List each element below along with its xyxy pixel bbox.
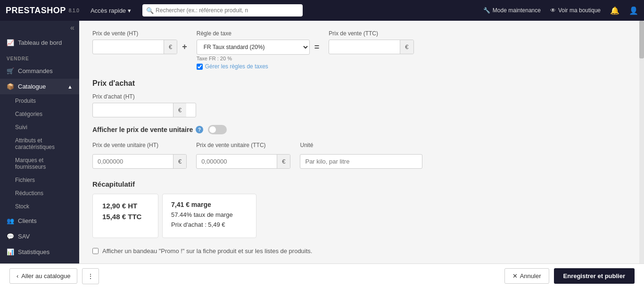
cancel-label: Annuler (520, 272, 541, 280)
sidebar-subitem-brands[interactable]: Marques et fournisseurs (0, 154, 79, 173)
sidebar-item-clients[interactable]: 👥 Clients (0, 213, 79, 229)
sidebar-subitem-categories[interactable]: Catégories (0, 107, 79, 121)
manage-tax-link[interactable]: Gérer les règles de taxes (197, 63, 320, 70)
search-icon: 🔍 (146, 7, 154, 14)
unit-price-toggle-label: Afficher le prix de vente unitaire ? (92, 126, 203, 133)
unit-input-group (300, 154, 422, 169)
recap-ttc-value: 15,48 € TTC (102, 213, 149, 221)
prix-vente-ht-input[interactable]: 12,900000 (93, 40, 164, 54)
sidebar-item-orders[interactable]: 🛒 Commandes (0, 63, 79, 79)
prix-vente-ttc-input-group: 15,480000 € (329, 40, 413, 54)
sidebar: « 📈 Tableau de bord VENDRE 🛒 Commandes 📦… (0, 21, 79, 288)
clients-icon: 👥 (7, 217, 14, 224)
sidebar-subitem-stock[interactable]: Stock (0, 200, 79, 213)
save-publish-button[interactable]: Enregistrer et publier (554, 268, 635, 284)
tax-rule-select-group: FR Taux standard (20%) Aucune taxe FR Ta… (197, 40, 310, 55)
equals-operator: = (314, 42, 320, 52)
unit-price-ht-col: Prix de vente unitaire (HT) € (92, 142, 187, 169)
recap-card-marge: 7,41 € marge 57.44% taux de marge Prix d… (162, 194, 256, 238)
sidebar-item-label: Clients (18, 217, 37, 224)
dots-icon: ⋮ (87, 272, 94, 280)
recap-card-ht-ttc: 12,90 € HT 15,48 € TTC (92, 194, 158, 238)
unit-label: Unité (300, 142, 422, 148)
euro-addon-ht: € (164, 40, 177, 54)
unit-input[interactable] (300, 155, 422, 168)
sidebar-subitem-reductions[interactable]: Réductions (0, 187, 79, 200)
search-input[interactable] (142, 4, 303, 16)
right-scrollbar-thumb[interactable] (639, 21, 644, 58)
sidebar-item-label: Commandes (18, 67, 53, 74)
sidebar-item-label: Statistiques (18, 248, 50, 255)
chevron-left-icon: ‹ (17, 272, 18, 280)
plus-operator: + (182, 42, 187, 52)
back-to-catalogue-button[interactable]: ‹ Aller au catalogue (9, 268, 77, 284)
maintenance-label: Mode maintenance (493, 7, 541, 14)
promo-checkbox-row: Afficher un bandeau "Promo !" sur la fic… (92, 247, 631, 255)
main-content: Prix de vente (HT) 12,900000 € + Règle d… (79, 21, 644, 288)
unit-price-ht-label: Prix de vente unitaire (HT) (92, 142, 187, 148)
sidebar-subitem-products[interactable]: Produits (0, 94, 79, 107)
unit-price-fields-row: Prix de vente unitaire (HT) € Prix de ve… (92, 142, 631, 169)
app-version: 8.1.0 (69, 8, 79, 13)
unit-price-help-icon[interactable]: ? (196, 126, 203, 133)
maintenance-mode-button[interactable]: 🔧 Mode maintenance (483, 7, 541, 14)
recap-marge-value: 7,41 € marge (171, 201, 248, 208)
more-options-button[interactable]: ⋮ (82, 268, 99, 284)
chevron-down-icon: ▾ (128, 7, 131, 14)
sidebar-subitem-files[interactable]: Fichiers (0, 173, 79, 187)
eye-icon: 👁 (550, 7, 556, 14)
quick-access-menu[interactable]: Accès rapide ▾ (87, 5, 135, 16)
prix-achat-ht-input[interactable]: 5,490000 (93, 103, 173, 117)
topnav-right-actions: 🔧 Mode maintenance 👁 Voir ma boutique 🔔 … (483, 6, 638, 15)
tax-note: Taxe FR : 20 % (197, 56, 320, 61)
unit-price-toggle-wrapper: Afficher le prix de vente unitaire ? (92, 125, 631, 134)
top-navigation: PRESTASHOP 8.1.0 Accès rapide ▾ 🔍 🔧 Mode… (0, 0, 644, 21)
dashboard-icon: 📈 (7, 39, 14, 46)
back-label: Aller au catalogue (21, 272, 70, 280)
unit-price-ht-input[interactable] (93, 155, 173, 168)
sidebar-item-sav[interactable]: 💬 SAV (0, 229, 79, 244)
orders-icon: 🛒 (7, 67, 14, 74)
wrench-icon: 🔧 (483, 7, 490, 14)
unit-price-ttc-label: Prix de vente unitaire (TTC) (196, 142, 290, 148)
chevron-up-icon: ▲ (67, 84, 73, 90)
sidebar-item-dashboard[interactable]: 📈 Tableau de bord (0, 35, 79, 50)
recap-section: Récapitulatif 12,90 € HT 15,48 € TTC 7,4… (92, 180, 631, 238)
right-scrollbar-track[interactable] (639, 21, 644, 263)
sidebar-section-sell: VENDRE (0, 50, 79, 63)
x-icon: ✕ (512, 272, 518, 280)
prix-vente-ttc-input[interactable]: 15,480000 (329, 40, 400, 54)
app-body: « 📈 Tableau de bord VENDRE 🛒 Commandes 📦… (0, 21, 644, 288)
euro-addon-unit-ht: € (173, 155, 186, 168)
unit-price-ttc-col: Prix de vente unitaire (TTC) € (196, 142, 290, 169)
promo-checkbox[interactable] (92, 248, 99, 254)
bottom-action-bar: ‹ Aller au catalogue ⋮ ✕ Annuler Enregis… (0, 263, 644, 288)
recap-taux-value: 57.44% taux de marge (171, 211, 248, 218)
prix-vente-ht-label: Prix de vente (HT) (92, 30, 187, 37)
manage-tax-checkbox[interactable] (197, 64, 203, 70)
search-container: 🔍 (142, 4, 303, 16)
cancel-button[interactable]: ✕ Annuler (504, 268, 549, 284)
sidebar-item-stats[interactable]: 📊 Statistiques (0, 244, 79, 260)
prix-vente-ht-input-group: 12,900000 € (92, 40, 177, 54)
store-label: Voir ma boutique (558, 7, 601, 14)
sidebar-subitem-attributes[interactable]: Attributs et caractéristiques (0, 134, 79, 154)
notifications-icon[interactable]: 🔔 (610, 6, 619, 15)
euro-addon-ttc: € (400, 40, 413, 54)
unit-price-ttc-group: € (196, 154, 290, 169)
recap-ht-value: 12,90 € HT (102, 202, 149, 210)
sidebar-subitem-tracking[interactable]: Suivi (0, 121, 79, 134)
sidebar-collapse-button[interactable]: « (0, 21, 79, 35)
toggle-slider (208, 125, 227, 134)
tax-rule-select[interactable]: FR Taux standard (20%) Aucune taxe FR Ta… (197, 40, 309, 54)
quick-access-label: Accès rapide (91, 7, 126, 14)
unit-price-toggle[interactable] (208, 125, 227, 134)
prix-achat-ht-label: Prix d'achat (HT) (92, 93, 631, 100)
unit-price-ttc-input[interactable] (197, 155, 277, 168)
view-store-button[interactable]: 👁 Voir ma boutique (550, 7, 601, 14)
save-label: Enregistrer et publier (563, 272, 625, 280)
sidebar-item-label: Tableau de bord (18, 39, 62, 46)
sidebar-item-catalogue[interactable]: 📦 Catalogue ▲ (0, 79, 79, 94)
user-avatar-icon[interactable]: 👤 (629, 6, 638, 15)
recap-cards: 12,90 € HT 15,48 € TTC 7,41 € marge 57.4… (92, 194, 631, 238)
